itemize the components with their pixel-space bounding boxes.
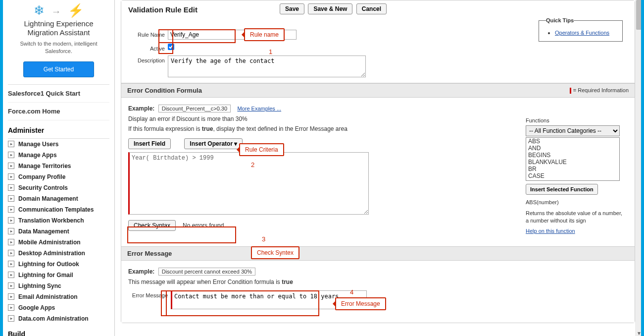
sidebar-item-label: Domain Management: [18, 195, 78, 202]
functions-label: Functions: [526, 117, 625, 123]
check-syntax-button[interactable]: Check Syntax: [128, 220, 176, 231]
sidebar-item-label: Google Apps: [18, 304, 55, 311]
expand-icon: ▸: [8, 250, 14, 256]
annotation-rule-criteria: Rule Criteria: [239, 143, 284, 156]
operators-functions-link[interactable]: Operators & Functions: [555, 30, 609, 36]
annotation-check-syntax: Check Syntex: [251, 246, 299, 259]
save-button[interactable]: Save: [280, 3, 304, 14]
sidebar-item-label: Lightning for Outlook: [18, 261, 79, 268]
formula-textarea[interactable]: Year( Birthdate) > 1999: [128, 152, 369, 215]
sidebar: ❄ → ⚡ Lightning Experience Migration Ass…: [3, 0, 115, 336]
main-content: Validation Rule Edit Save Save & New Can…: [115, 0, 641, 336]
sidebar-item-label: Desktop Administration: [18, 250, 85, 257]
sidebar-item[interactable]: ▸Lightning for Outlook: [8, 259, 109, 270]
save-and-new-button[interactable]: Save & New: [308, 3, 352, 14]
function-help-link[interactable]: Help on this function: [526, 228, 575, 234]
lightning-icon: ⚡: [68, 3, 84, 18]
formula-heading: Error Condition Formula: [127, 87, 202, 94]
sidebar-quick-start[interactable]: Salesforce1 Quick Start: [8, 85, 109, 103]
get-started-button[interactable]: Get Started: [23, 61, 94, 77]
expand-icon: ▸: [8, 282, 14, 289]
annotation-number-2: 2: [251, 161, 254, 168]
sidebar-item[interactable]: ▸Manage Territories: [8, 161, 109, 171]
sidebar-item[interactable]: ▸Translation Workbench: [8, 215, 109, 226]
formula-note2b: , display the text defined in the Error …: [213, 125, 347, 132]
sidebar-item-label: Mobile Administration: [18, 239, 81, 246]
sidebar-force-home[interactable]: Force.com Home: [8, 103, 109, 120]
sidebar-item-label: Manage Territories: [18, 163, 71, 169]
sidebar-item-label: Data Management: [18, 228, 69, 235]
active-checkbox[interactable]: [168, 44, 174, 50]
expand-icon: ▸: [8, 206, 14, 213]
formula-example-label: Example:: [128, 105, 154, 112]
vertical-scrollbar[interactable]: ▼: [635, 0, 643, 336]
function-item[interactable]: AND: [526, 145, 619, 152]
function-item[interactable]: BEGINS: [526, 152, 619, 159]
migration-icons: ❄ → ⚡: [10, 3, 107, 18]
error-message-section-header: Error Message: [121, 246, 635, 261]
function-item[interactable]: BR: [526, 166, 619, 172]
insert-selected-function-button[interactable]: Insert Selected Function: [526, 184, 598, 195]
sidebar-item[interactable]: ▸Lightning Sync: [8, 280, 109, 291]
formula-example-box: Discount_Percent__c>0.30: [158, 105, 231, 112]
rule-name-label: Rule Name: [128, 30, 168, 38]
cancel-button[interactable]: Cancel: [356, 3, 387, 14]
sidebar-item[interactable]: ▸Manage Apps: [8, 150, 109, 161]
sidebar-item-label: Lightning Sync: [18, 282, 61, 289]
expand-icon: ▸: [8, 293, 14, 300]
sidebar-item[interactable]: ▸Lightning for Gmail: [8, 270, 109, 280]
scroll-down-icon[interactable]: ▼: [637, 331, 642, 336]
expand-icon: ▸: [8, 239, 14, 245]
sidebar-item[interactable]: ▸Company Profile: [8, 171, 109, 182]
function-description: Returns the absolute value of a number, …: [526, 210, 625, 224]
annotation-number-3: 3: [262, 235, 265, 243]
sidebar-item-label: Security Controls: [18, 184, 68, 191]
error-note-a: This message will appear when Error Cond…: [128, 279, 282, 285]
function-category-select[interactable]: -- All Function Categories --: [526, 125, 620, 136]
expand-icon: ▸: [8, 173, 14, 180]
error-example-label: Example:: [128, 268, 154, 275]
function-item[interactable]: BLANKVALUE: [526, 159, 619, 166]
description-textarea[interactable]: Verify the age of the contact: [168, 56, 366, 77]
functions-panel: Functions -- All Function Categories -- …: [526, 117, 625, 234]
more-examples-link[interactable]: More Examples ...: [237, 106, 281, 112]
formula-note2-bold: true: [202, 125, 213, 132]
function-item[interactable]: CASE: [526, 172, 619, 179]
sidebar-item[interactable]: ▸Data.com Administration: [8, 313, 109, 324]
function-signature: ABS(number): [526, 199, 625, 206]
sidebar-item[interactable]: ▸Desktop Administration: [8, 248, 109, 259]
sidebar-item[interactable]: ▸Email Administration: [8, 291, 109, 302]
formula-note2a: If this formula expression is: [128, 125, 202, 132]
migration-subtitle: Switch to the modern, intelligent Salesf…: [10, 40, 107, 56]
sidebar-item-label: Lightning for Gmail: [18, 272, 73, 279]
scrollbar-thumb[interactable]: [636, 0, 642, 30]
sidebar-item[interactable]: ▸Data Management: [8, 226, 109, 237]
sidebar-item-label: Translation Workbench: [18, 217, 84, 224]
administer-heading: Administer: [8, 120, 109, 139]
arrow-right-icon: →: [51, 6, 61, 17]
formula-section-header: Error Condition Formula = Required Infor…: [121, 83, 635, 98]
function-item[interactable]: ABS: [526, 138, 619, 145]
function-list[interactable]: ABS AND BEGINS BLANKVALUE BR CASE: [526, 137, 620, 181]
active-label: Active: [128, 44, 168, 52]
description-label: Description: [128, 56, 168, 63]
quick-tips-box: Quick Tips Operators & Functions: [539, 17, 623, 42]
sidebar-item-label: Manage Users: [18, 141, 58, 148]
build-heading: Build: [8, 324, 109, 336]
sidebar-item[interactable]: ▸Security Controls: [8, 182, 109, 193]
expand-icon: ▸: [8, 163, 14, 169]
expand-icon: ▸: [8, 152, 14, 158]
annotation-number-4: 4: [350, 288, 353, 296]
sidebar-item[interactable]: ▸Communication Templates: [8, 204, 109, 215]
annotation-number-1: 1: [269, 48, 272, 56]
sidebar-item-label: Data.com Administration: [18, 315, 89, 322]
insert-field-button[interactable]: Insert Field: [128, 138, 171, 149]
migration-title: Lightning Experience Migration Assistant: [10, 19, 107, 37]
administer-list: ▸Manage Users ▸Manage Apps ▸Manage Terri…: [8, 139, 109, 324]
sidebar-item[interactable]: ▸Mobile Administration: [8, 237, 109, 248]
sidebar-item[interactable]: ▸Domain Management: [8, 193, 109, 204]
sidebar-item[interactable]: ▸Manage Users: [8, 139, 109, 150]
error-message-heading: Error Message: [127, 250, 172, 257]
sidebar-item-label: Manage Apps: [18, 152, 57, 159]
sidebar-item[interactable]: ▸Google Apps: [8, 302, 109, 313]
